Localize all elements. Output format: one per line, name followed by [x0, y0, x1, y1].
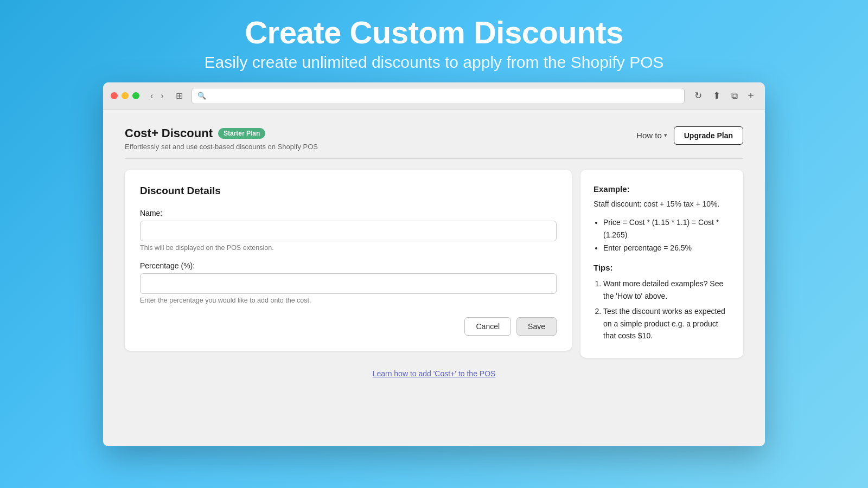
- main-content: Discount Details Name: This will be disp…: [125, 170, 743, 358]
- browser-toolbar: ‹ › ⊞ 🔍 ↻ ⬆ ⧉ +: [103, 82, 765, 110]
- add-tab-button[interactable]: +: [744, 88, 757, 103]
- search-icon: 🔍: [197, 92, 206, 100]
- example-title: Example:: [593, 183, 730, 196]
- browser-window: ‹ › ⊞ 🔍 ↻ ⬆ ⧉ + Cost+ Discount Starter P…: [103, 82, 765, 446]
- page-title: Create Custom Discounts: [0, 15, 868, 50]
- learn-how-link[interactable]: Learn how to add 'Cost+' to the POS: [373, 369, 496, 378]
- page-subtitle: Easily create unlimited discounts to app…: [0, 53, 868, 72]
- name-field-group: Name: This will be displayed on the POS …: [140, 209, 557, 252]
- how-to-label: How to: [636, 131, 662, 140]
- app-subtitle: Effortlessly set and use cost-based disc…: [125, 143, 318, 151]
- form-card: Discount Details Name: This will be disp…: [125, 170, 572, 351]
- app-header: Cost+ Discount Starter Plan Effortlessly…: [125, 126, 743, 151]
- example-bullet-1: Price = Cost * (1.15 * 1.1) = Cost * (1.…: [603, 216, 730, 241]
- forward-button[interactable]: ›: [157, 90, 167, 102]
- share-button[interactable]: ⬆: [709, 88, 725, 103]
- reload-button[interactable]: ↻: [690, 88, 706, 103]
- maximize-button[interactable]: [132, 92, 139, 99]
- name-label: Name:: [140, 209, 557, 217]
- minimize-button[interactable]: [122, 92, 129, 99]
- name-hint: This will be displayed on the POS extens…: [140, 244, 557, 252]
- nav-buttons: ‹ ›: [147, 90, 167, 102]
- app-title-block: Cost+ Discount Starter Plan Effortlessly…: [125, 126, 318, 151]
- toolbar-actions: ↻ ⬆ ⧉ +: [690, 88, 757, 103]
- traffic-lights: [111, 92, 139, 99]
- save-button[interactable]: Save: [516, 317, 557, 336]
- percentage-label: Percentage (%):: [140, 261, 557, 270]
- how-to-button[interactable]: How to ▾: [636, 131, 667, 140]
- percentage-input[interactable]: [140, 273, 557, 294]
- close-button[interactable]: [111, 92, 118, 99]
- upgrade-plan-button[interactable]: Upgrade Plan: [674, 126, 743, 145]
- percentage-hint: Enter the percentage you would like to a…: [140, 297, 557, 304]
- tip-1: Want more detailed examples? See the 'Ho…: [603, 278, 730, 302]
- header-actions: How to ▾ Upgrade Plan: [636, 126, 743, 145]
- tips-title: Tips:: [593, 261, 730, 274]
- app-title-row: Cost+ Discount Starter Plan: [125, 126, 318, 140]
- name-input[interactable]: [140, 221, 557, 241]
- percentage-field-group: Percentage (%): Enter the percentage you…: [140, 261, 557, 304]
- tabs-button[interactable]: ⧉: [727, 89, 742, 103]
- app-title: Cost+ Discount: [125, 126, 213, 140]
- form-title: Discount Details: [140, 185, 557, 197]
- example-list: Price = Cost * (1.15 * 1.1) = Cost * (1.…: [603, 216, 730, 254]
- tip-2: Test the discount works as expected on a…: [603, 305, 730, 342]
- example-description: Staff discount: cost + 15% tax + 10%.: [593, 198, 730, 210]
- sidebar-icon: ⊞: [176, 91, 183, 100]
- cancel-button[interactable]: Cancel: [464, 317, 511, 336]
- page-header: Create Custom Discounts Easily create un…: [0, 0, 868, 82]
- divider: [125, 158, 743, 159]
- sidebar-toggle-button[interactable]: ⊞: [173, 89, 186, 102]
- form-actions: Cancel Save: [140, 317, 557, 336]
- chevron-down-icon: ▾: [664, 132, 667, 139]
- back-button[interactable]: ‹: [147, 90, 156, 102]
- browser-content: Cost+ Discount Starter Plan Effortlessly…: [103, 110, 765, 446]
- address-bar[interactable]: 🔍: [192, 88, 685, 104]
- example-bullet-2: Enter percentage = 26.5%: [603, 242, 730, 254]
- tips-list: Want more detailed examples? See the 'Ho…: [603, 278, 730, 342]
- plan-badge: Starter Plan: [218, 128, 265, 139]
- example-card: Example: Staff discount: cost + 15% tax …: [580, 170, 743, 358]
- footer-link: Learn how to add 'Cost+' to the POS: [125, 369, 743, 378]
